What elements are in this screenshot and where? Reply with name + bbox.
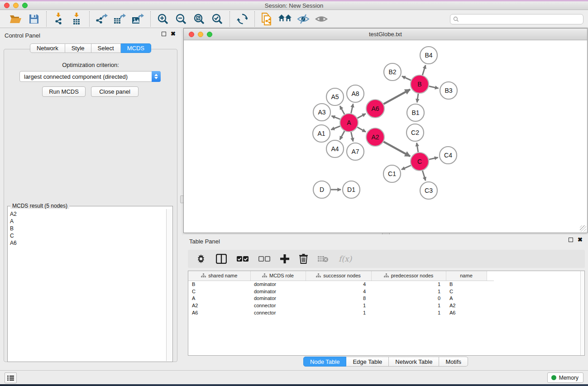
table-row[interactable]: Bdominator41B <box>188 281 494 288</box>
criterion-dropdown[interactable]: largest connected component (directed) <box>19 71 161 82</box>
graph-node-B3[interactable]: B3 <box>440 82 457 99</box>
graph-node-B[interactable]: B <box>411 75 429 93</box>
table-row[interactable]: Cdominator41C <box>188 288 494 295</box>
column-header-shared-name[interactable]: shared name <box>188 271 250 281</box>
open-file-icon[interactable] <box>8 12 24 26</box>
table-row[interactable]: A2connector11A2 <box>188 302 494 309</box>
graph-node-C3[interactable]: C3 <box>420 182 437 199</box>
cell[interactable]: 1 <box>371 309 446 316</box>
save-session-icon[interactable] <box>26 12 42 26</box>
show-columns-icon[interactable] <box>216 253 227 265</box>
graph-node-C[interactable]: C <box>411 152 429 171</box>
window-resize-grip[interactable] <box>580 225 586 232</box>
cell[interactable]: 0 <box>371 295 446 302</box>
graph-node-C4[interactable]: C4 <box>440 147 457 164</box>
graph-node-A5[interactable]: A5 <box>326 88 344 105</box>
cell[interactable]: 1 <box>306 309 371 316</box>
column-header-name[interactable]: name <box>446 271 487 281</box>
cell[interactable]: dominator <box>250 281 306 288</box>
graph-node-A2[interactable]: A2 <box>366 128 384 146</box>
float-panel-icon[interactable] <box>162 32 166 36</box>
network-canvas[interactable]: B4B2BB3A8A5A6A3B1AC2A1A2A4A7C4CC1DD1C3 <box>184 41 587 233</box>
settings-gear-icon[interactable] <box>196 253 206 265</box>
table-scrollbar[interactable] <box>580 271 584 355</box>
tab-motifs[interactable]: Motifs <box>439 357 468 367</box>
export-image-icon[interactable] <box>130 12 146 26</box>
tab-network-table[interactable]: Network Table <box>389 357 439 367</box>
tab-network[interactable]: Network <box>30 43 65 53</box>
create-column-icon[interactable] <box>280 253 289 265</box>
tab-node-table[interactable]: Node Table <box>303 357 347 367</box>
memory-button[interactable]: Memory <box>547 372 583 383</box>
graph-node-A[interactable]: A <box>340 114 358 132</box>
cell[interactable]: 4 <box>306 288 371 295</box>
graph-node-A8[interactable]: A8 <box>347 85 364 102</box>
export-table-icon[interactable] <box>112 12 128 26</box>
cell[interactable]: dominator <box>250 288 306 295</box>
cell[interactable]: 4 <box>306 281 371 288</box>
hide-eye-icon[interactable] <box>296 12 311 26</box>
table-row[interactable]: A6connector11A6 <box>188 309 494 316</box>
cell[interactable]: 1 <box>371 281 446 288</box>
export-network-icon[interactable] <box>94 12 110 26</box>
task-history-button[interactable] <box>5 372 17 383</box>
graph-node-D1[interactable]: D1 <box>343 181 360 198</box>
refresh-icon[interactable] <box>234 12 250 26</box>
cell[interactable]: A <box>446 295 487 302</box>
cell[interactable]: 1 <box>371 288 446 295</box>
cell[interactable]: B <box>446 281 487 288</box>
cell[interactable]: A6 <box>188 309 250 316</box>
cell[interactable]: 1 <box>371 302 446 309</box>
cell[interactable]: 1 <box>306 302 371 309</box>
run-mcds-button[interactable]: Run MCDS <box>42 86 86 97</box>
column-header-predecessor-nodes[interactable]: predecessor nodes <box>371 271 446 281</box>
mcds-result-item[interactable]: B <box>10 225 164 232</box>
graph-node-A1[interactable]: A1 <box>313 125 330 142</box>
graph-node-A3[interactable]: A3 <box>313 104 330 121</box>
column-header-successor-nodes[interactable]: successor nodes <box>306 271 371 281</box>
graph-node-A6[interactable]: A6 <box>366 100 384 118</box>
mcds-result-item[interactable]: A <box>10 218 164 225</box>
delete-columns-icon[interactable] <box>299 253 308 265</box>
close-panel-button[interactable]: Close panel <box>91 86 139 97</box>
graph-node-B2[interactable]: B2 <box>384 63 401 81</box>
cell[interactable]: B <box>188 281 250 288</box>
table-row[interactable]: Adominator80A <box>188 295 494 302</box>
graph-node-A7[interactable]: A7 <box>347 143 364 160</box>
home-icon[interactable] <box>277 12 293 26</box>
select-all-checks-icon[interactable] <box>237 253 249 265</box>
graph-node-C2[interactable]: C2 <box>406 124 424 141</box>
tab-edge-table[interactable]: Edge Table <box>346 357 389 367</box>
tab-mcds[interactable]: MCDS <box>121 43 151 53</box>
graph-node-C1[interactable]: C1 <box>383 165 401 182</box>
clone-network-icon[interactable] <box>259 12 275 26</box>
cell[interactable]: A6 <box>446 309 487 316</box>
cell[interactable]: C <box>446 288 487 295</box>
cell[interactable]: A2 <box>446 302 487 309</box>
cell[interactable]: dominator <box>250 295 306 302</box>
cell[interactable]: A2 <box>188 302 250 309</box>
graph-node-B1[interactable]: B1 <box>407 104 424 121</box>
float-table-panel-icon[interactable] <box>569 238 573 242</box>
search-input[interactable] <box>461 16 580 23</box>
mcds-result-item[interactable]: C <box>10 232 164 239</box>
zoom-selected-icon[interactable] <box>210 12 225 26</box>
zoom-in-icon[interactable] <box>155 12 171 26</box>
close-panel-icon[interactable]: ✖ <box>171 32 176 36</box>
cell[interactable]: connector <box>250 302 306 309</box>
column-header-MCDS-role[interactable]: MCDS role <box>250 271 306 281</box>
search-box[interactable] <box>450 14 583 24</box>
mcds-result-item[interactable]: A2 <box>10 210 164 218</box>
clear-all-checks-icon[interactable] <box>258 253 270 265</box>
cell[interactable]: C <box>188 288 250 295</box>
zoom-out-icon[interactable] <box>173 12 189 26</box>
graph-node-B4[interactable]: B4 <box>420 47 437 64</box>
cell[interactable]: 8 <box>306 295 371 302</box>
cell[interactable]: A <box>188 295 250 302</box>
import-network-icon[interactable] <box>51 12 67 26</box>
close-table-panel-icon[interactable]: ✖ <box>578 238 583 242</box>
cell[interactable]: connector <box>250 309 306 316</box>
zoom-fit-icon[interactable] <box>191 12 207 26</box>
tab-style[interactable]: Style <box>65 43 91 53</box>
mcds-list-scrollbar[interactable] <box>166 209 172 361</box>
